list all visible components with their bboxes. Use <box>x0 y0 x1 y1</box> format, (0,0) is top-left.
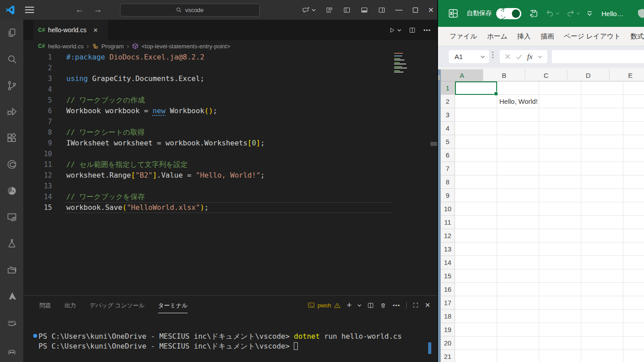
activity-item-edge[interactable] <box>0 151 23 178</box>
row-header-9[interactable]: 9 <box>441 189 455 202</box>
row-header-15[interactable]: 15 <box>441 269 455 283</box>
row-header-2[interactable]: 2 <box>441 95 455 108</box>
editor-line[interactable]: 7 <box>23 116 438 127</box>
row-header-6[interactable]: 6 <box>441 149 455 162</box>
code-editor[interactable]: 1#:package DioDocs.Excel.ja@8.2.223using… <box>23 52 438 295</box>
ribbon-tab[interactable]: 描画 <box>536 32 559 41</box>
activity-item-source-control[interactable] <box>0 72 23 99</box>
panel-tab-active[interactable]: ターミナル <box>158 302 188 313</box>
row-header-3[interactable]: 3 <box>441 108 455 122</box>
activity-item-copilot-robot[interactable] <box>0 336 23 362</box>
panel-tab-item[interactable]: 出力 <box>64 302 76 313</box>
select-all-corner[interactable] <box>441 69 441 81</box>
editor-line[interactable]: 11// セル範囲を指定して文字列を設定 <box>23 159 438 170</box>
row-header-11[interactable]: 11 <box>441 216 455 229</box>
editor-line[interactable]: 6Workbook workbook = new Workbook(); <box>23 106 438 116</box>
column-header-E[interactable]: E <box>610 69 644 81</box>
formula-bar-handle-icon[interactable] <box>492 51 494 58</box>
tab-hello-world[interactable]: C# hello-world.cs ✕ <box>34 20 108 40</box>
column-header-A[interactable]: A <box>441 69 483 81</box>
panel-tab-item[interactable]: 問題 <box>39 302 51 313</box>
terminal-output[interactable]: PS C:\Users\kuni\OneDrive - MESCIUS inc\… <box>39 332 402 351</box>
editor-line[interactable]: 1#:package DioDocs.Excel.ja@8.2.2 <box>23 52 438 63</box>
more-actions-icon[interactable]: ⋯ <box>423 26 431 34</box>
workbook-title[interactable]: Hello… <box>601 10 623 17</box>
row-header-17[interactable]: 17 <box>441 296 455 310</box>
back-arrow-icon[interactable]: ← <box>75 5 84 15</box>
editor-line[interactable]: 10 <box>23 149 438 159</box>
row-header-5[interactable]: 5 <box>441 135 455 149</box>
row-header-8[interactable]: 8 <box>441 175 455 189</box>
editor-line[interactable]: 12worksheet.Range["B2"].Value = "Hello, … <box>23 170 438 181</box>
terminal-dropdown-icon[interactable] <box>357 304 361 307</box>
activity-item-run-debug[interactable] <box>0 99 23 125</box>
breadcrumb-class[interactable]: Program <box>102 43 124 50</box>
ribbon-tab[interactable]: ページ レイアウト <box>559 32 626 41</box>
editor-line[interactable]: 2 <box>23 63 438 73</box>
minimize-icon[interactable]: — <box>395 6 403 14</box>
ribbon-tab[interactable]: ホーム <box>482 32 512 41</box>
quick-access-toolbar-icon[interactable] <box>587 11 592 16</box>
activity-item-extensions[interactable] <box>0 125 23 151</box>
toggle-primary-sidebar-icon[interactable] <box>343 6 351 14</box>
editor-line[interactable]: 5// ワークブックの作成 <box>23 95 438 106</box>
toggle-panel-icon[interactable] <box>361 6 368 14</box>
save-icon[interactable] <box>529 9 539 18</box>
cancel-entry-icon[interactable] <box>505 54 511 60</box>
name-box[interactable]: A1 <box>449 50 489 63</box>
worksheet-grid[interactable]: Hello, World! <box>455 81 644 362</box>
breadcrumb-file[interactable]: hello-world.cs <box>48 43 83 50</box>
row-header-20[interactable]: 20 <box>441 336 455 350</box>
search-input[interactable]: vscode <box>120 4 260 17</box>
copilot-chat-icon[interactable] <box>302 6 316 14</box>
kill-terminal-icon[interactable] <box>380 302 386 309</box>
editor-line[interactable]: 15workbook.Save("HelloWorld.xlsx"); <box>23 202 438 213</box>
command-decoration-dot[interactable] <box>33 334 37 338</box>
terminal-shell-item[interactable]: pwsh <box>308 302 341 309</box>
row-header-19[interactable]: 19 <box>441 323 455 336</box>
split-editor-icon[interactable] <box>409 27 416 34</box>
cell-A1-selection[interactable] <box>455 81 497 95</box>
formula-input[interactable] <box>552 50 644 63</box>
row-header-13[interactable]: 13 <box>441 243 455 256</box>
split-terminal-icon[interactable] <box>367 302 374 309</box>
terminal-scrollbar[interactable] <box>428 342 431 354</box>
activity-item-extension-circle[interactable] <box>0 178 23 204</box>
column-header-C[interactable]: C <box>525 69 567 81</box>
editor-line[interactable]: 13 <box>23 181 438 192</box>
new-terminal-button[interactable]: + <box>347 300 352 310</box>
close-panel-icon[interactable]: ✕ <box>425 301 430 309</box>
menu-icon[interactable] <box>25 7 34 13</box>
ribbon-tab[interactable]: 挿入 <box>512 32 536 41</box>
ribbon-tab[interactable]: 数式 <box>626 32 644 41</box>
maximize-icon[interactable] <box>412 7 418 13</box>
activity-item-remote-explorer[interactable] <box>0 204 23 230</box>
maximize-panel-icon[interactable] <box>412 302 419 308</box>
activity-item-testing[interactable] <box>0 230 23 257</box>
row-header-7[interactable]: 7 <box>441 162 455 175</box>
panel-tab-item[interactable]: デバッグ コンソール <box>90 302 145 313</box>
panel-more-icon[interactable]: ⋯ <box>392 301 400 310</box>
column-header-D[interactable]: D <box>567 69 610 81</box>
activity-item-explorer[interactable] <box>0 20 23 46</box>
insert-function-icon[interactable]: fx <box>527 52 532 61</box>
close-icon[interactable]: ✕ <box>428 6 434 14</box>
run-button[interactable] <box>389 27 401 34</box>
row-header-1[interactable]: 1 <box>441 81 455 95</box>
row-header-21[interactable]: 21 <box>441 350 455 362</box>
activity-item-folder-library[interactable] <box>0 257 23 283</box>
customize-layout-icon[interactable] <box>326 6 333 14</box>
ribbon-tab[interactable]: ファイル <box>445 32 482 41</box>
fx-chevron-icon[interactable] <box>538 55 542 59</box>
fill-handle[interactable] <box>494 92 498 96</box>
row-header-16[interactable]: 16 <box>441 283 455 296</box>
column-header-B[interactable]: B <box>483 69 525 81</box>
row-header-14[interactable]: 14 <box>441 256 455 269</box>
undo-icon[interactable] <box>545 9 559 18</box>
breadcrumb-entry[interactable]: <top-level-statements-entry-point> <box>142 43 230 50</box>
row-header-18[interactable]: 18 <box>441 310 455 323</box>
row-header-12[interactable]: 12 <box>441 229 455 243</box>
editor-line[interactable]: 3using GrapeCity.Documents.Excel; <box>23 73 438 84</box>
tab-close-icon[interactable]: ✕ <box>93 27 98 34</box>
activity-item-search[interactable] <box>0 46 23 72</box>
